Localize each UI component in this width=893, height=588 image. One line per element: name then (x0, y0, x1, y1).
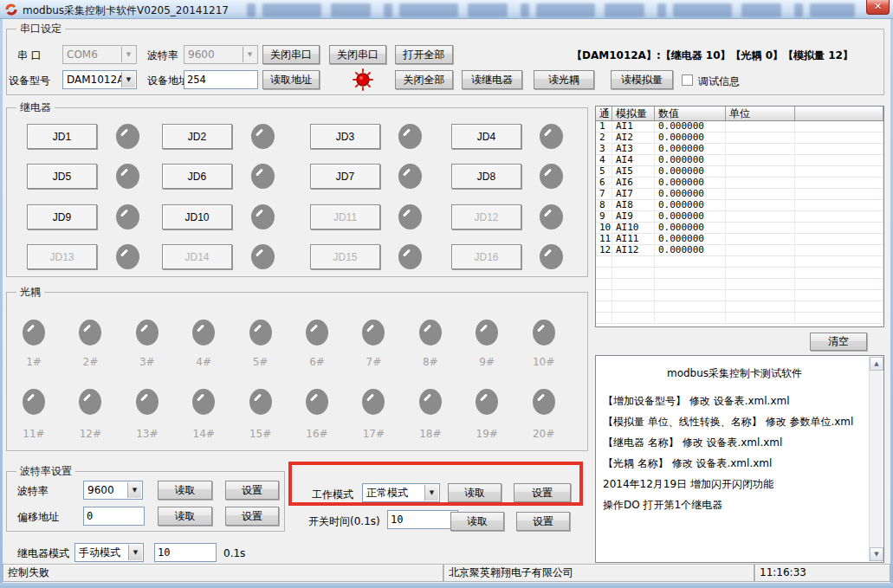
read-relay-button[interactable]: 读继电器 (462, 70, 522, 89)
info-scrollbar[interactable]: ▲ ▼ (869, 357, 883, 561)
switch-time-input[interactable] (387, 510, 458, 529)
relay-mode-value: 手动模式 (79, 546, 120, 559)
column-header-4[interactable]: 单位 (726, 107, 795, 121)
relay-button-jd5[interactable]: JD5 (27, 164, 97, 189)
titlebar[interactable]: modbus采集控制卡软件V0205_20141217 ✕ (0, 0, 893, 19)
close-all-button[interactable]: 关闭全部 (395, 70, 453, 89)
read-addr-button[interactable]: 读取地址 (262, 70, 320, 89)
work-mode-select[interactable]: 正常模式▼ (362, 483, 440, 502)
close-button[interactable]: ✕ (866, 0, 890, 15)
baud-set-select[interactable]: 9600▼ (83, 481, 143, 500)
table-cell (726, 211, 795, 223)
table-row[interactable]: 1AI10.000000 (596, 121, 883, 132)
column-header-3[interactable]: 数值 (655, 107, 726, 121)
opto-led-3 (136, 320, 159, 346)
device-model-select[interactable]: DAM1012A▼ (62, 70, 137, 89)
table-row[interactable]: 12AI120.000000 (596, 245, 883, 256)
table-cell (596, 290, 612, 301)
table-row[interactable]: 2AI20.000000 (596, 132, 883, 144)
opto-label-5: 5# (242, 356, 280, 368)
table-cell: AI9 (612, 211, 655, 223)
info-panel: modbus采集控制卡测试软件【增加设备型号】 修改 设备表.xml.xml【模… (595, 355, 884, 563)
table-cell: AI2 (612, 132, 655, 144)
table-cell: AI5 (612, 166, 655, 178)
table-cell: AI1 (612, 121, 655, 132)
table-cell: 4 (596, 155, 612, 166)
scroll-up-icon[interactable]: ▲ (870, 357, 883, 371)
table-cell (795, 223, 883, 234)
table-row[interactable]: 11AI110.000000 (596, 234, 883, 245)
table-row[interactable]: 4AI40.000000 (596, 155, 883, 166)
baud-select[interactable]: 9600▼ (184, 45, 258, 64)
table-cell (655, 290, 726, 301)
table-cell (795, 256, 883, 268)
table-row[interactable]: 3AI30.000000 (596, 144, 883, 155)
baud-set-button[interactable]: 设置 (225, 481, 279, 500)
table-cell: 0.000000 (655, 121, 726, 132)
table-row[interactable]: 10AI100.000000 (596, 223, 883, 234)
relay-button-jd3[interactable]: JD3 (310, 124, 380, 149)
table-cell (612, 256, 655, 268)
table-row[interactable]: 9AI90.000000 (596, 211, 883, 223)
analog-table-header: 通模拟量数值单位 (596, 107, 883, 121)
table-cell (612, 268, 655, 279)
opto-led-16 (306, 389, 328, 415)
table-cell (795, 279, 883, 290)
switch-time-read-button[interactable]: 读取 (450, 512, 504, 531)
relay-button-jd4[interactable]: JD4 (451, 124, 521, 149)
opto-led-5 (249, 320, 272, 346)
table-cell (795, 178, 883, 189)
read-opto-button[interactable]: 读光耦 (534, 70, 594, 89)
status-message: 控制失败 (3, 564, 443, 582)
baud-read-button[interactable]: 读取 (158, 481, 212, 500)
device-addr-input[interactable] (184, 70, 258, 89)
close-serial-button-2[interactable]: 关闭串口 (329, 45, 386, 64)
clear-button[interactable]: 清空 (810, 333, 867, 351)
taskbar-ghost (657, 3, 666, 17)
column-header-1[interactable]: 通 (596, 107, 612, 121)
close-serial-button[interactable]: 关闭串口 (262, 45, 320, 64)
table-cell: 0.000000 (655, 155, 726, 166)
table-row[interactable]: 7AI70.000000 (596, 189, 883, 200)
column-header-5[interactable] (795, 107, 883, 121)
relay-button-jd6[interactable]: JD6 (162, 164, 232, 189)
relay-button-jd8[interactable]: JD8 (451, 164, 521, 189)
offset-read-button[interactable]: 读取 (158, 507, 212, 526)
info-line: 【光耦 名称】 修改 设备表.xml.xml (603, 453, 866, 474)
table-cell (795, 268, 883, 279)
table-cell (795, 301, 883, 313)
open-all-button[interactable]: 打开全部 (395, 45, 453, 64)
opto-label-8: 8# (411, 356, 450, 368)
table-cell (655, 256, 726, 268)
relay-button-jd9[interactable]: JD9 (27, 204, 97, 229)
relay-led-15 (398, 244, 422, 269)
debug-info-checkbox[interactable] (682, 74, 693, 86)
table-cell: 8 (596, 200, 612, 211)
work-mode-read-button[interactable]: 读取 (448, 483, 502, 502)
relay-mode-select[interactable]: 手动模式▼ (74, 543, 144, 562)
relay-button-jd7[interactable]: JD7 (310, 164, 380, 189)
scroll-down-icon[interactable]: ▼ (870, 547, 883, 561)
table-cell (726, 234, 795, 245)
work-mode-set-button[interactable]: 设置 (514, 483, 571, 502)
relay-button-jd1[interactable]: JD1 (27, 124, 97, 149)
device-model-value: DAM1012A (67, 74, 124, 86)
serial-port-select[interactable]: COM6▼ (62, 45, 137, 64)
device-summary: 【DAM1012A】:【继电器 10】【光耦 0】【模拟量 12】 (572, 48, 853, 62)
table-cell: AI3 (612, 144, 655, 155)
read-analog-button[interactable]: 读模拟量 (611, 70, 673, 89)
opto-led-11 (23, 389, 45, 415)
relay-button-jd2[interactable]: JD2 (162, 124, 232, 149)
table-row[interactable]: 6AI60.000000 (596, 178, 883, 189)
table-row[interactable]: 8AI80.000000 (596, 200, 883, 211)
table-row[interactable]: 5AI50.000000 (596, 166, 883, 178)
table-cell (726, 178, 795, 189)
offset-addr-input[interactable] (83, 507, 145, 526)
baud-set-label: 波特率 (17, 484, 49, 498)
switch-time-set-button[interactable]: 设置 (516, 512, 570, 531)
offset-set-button[interactable]: 设置 (225, 507, 279, 526)
relay-button-jd10[interactable]: JD10 (162, 204, 232, 229)
column-header-2[interactable]: 模拟量 (612, 107, 655, 121)
relay-mode-time-input[interactable] (154, 543, 217, 562)
table-cell: AI10 (612, 223, 655, 234)
